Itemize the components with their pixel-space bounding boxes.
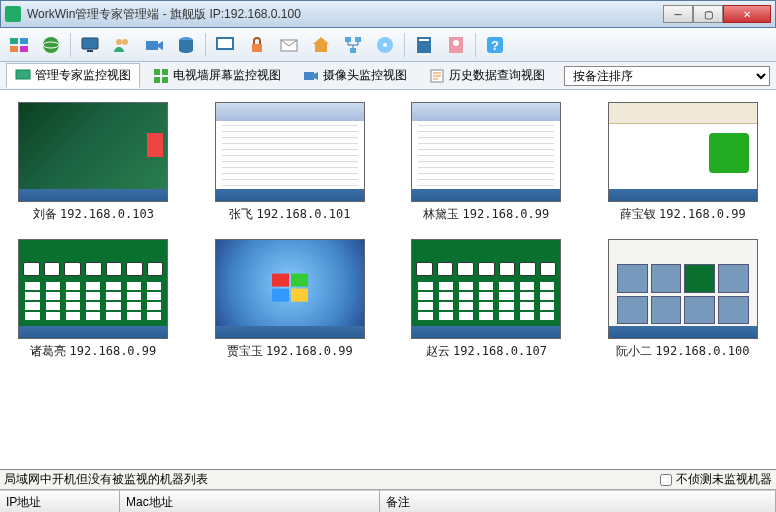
svg-rect-0 [10, 38, 18, 44]
minimize-button[interactable]: ─ [663, 5, 693, 23]
client-ip: 192.168.0.107 [453, 344, 547, 358]
toolbar-disc-icon[interactable] [372, 32, 398, 58]
svg-rect-31 [304, 72, 314, 80]
client-label: 薛宝钗 192.168.0.99 [620, 206, 746, 223]
view-tabbar: 管理专家监控视图 电视墙屏幕监控视图 摄像头监控视图 历史数据查询视图 按备注排… [0, 62, 776, 90]
client-tile[interactable]: 张飞 192.168.0.101 [207, 102, 374, 223]
svg-rect-1 [20, 38, 28, 44]
tab-expert-view[interactable]: 管理专家监控视图 [6, 63, 140, 88]
history-icon [429, 68, 445, 84]
skip-detect-input[interactable] [660, 474, 672, 486]
svg-rect-15 [345, 37, 351, 42]
main-toolbar: ? [0, 28, 776, 62]
client-tile[interactable]: 林黛玉 192.168.0.99 [403, 102, 570, 223]
client-tile[interactable]: 淘宝网薛宝钗 192.168.0.99 [600, 102, 767, 223]
svg-rect-27 [154, 69, 160, 75]
client-thumbnail[interactable] [411, 102, 561, 202]
client-tile[interactable]: 赵云 192.168.0.107 [403, 239, 570, 360]
client-tile[interactable]: 贾宝玉 192.168.0.99 [207, 239, 374, 360]
toolbar-database-icon[interactable] [173, 32, 199, 58]
svg-point-8 [116, 39, 122, 45]
client-thumbnail[interactable] [18, 239, 168, 339]
svg-rect-13 [252, 44, 262, 52]
svg-rect-6 [82, 38, 98, 49]
client-ip: 192.168.0.99 [70, 344, 157, 358]
client-label: 张飞 192.168.0.101 [229, 206, 350, 223]
client-label: 阮小二 192.168.0.100 [616, 343, 749, 360]
client-thumbnail[interactable] [215, 239, 365, 339]
client-label: 诸葛亮 192.168.0.99 [30, 343, 156, 360]
client-name: 刘备 [33, 207, 57, 221]
toolbar-contact-icon[interactable] [443, 32, 469, 58]
col-mac[interactable]: Mac地址 [120, 491, 380, 512]
toolbar-users-icon[interactable] [109, 32, 135, 58]
client-thumbnail[interactable] [215, 102, 365, 202]
client-label: 刘备 192.168.0.103 [33, 206, 154, 223]
toolbar-display-icon[interactable] [212, 32, 238, 58]
tab-label: 摄像头监控视图 [323, 67, 407, 84]
client-name: 张飞 [229, 207, 253, 221]
skip-detect-checkbox[interactable]: 不侦测未监视机器 [660, 471, 772, 488]
toolbar-monitor-icon[interactable] [77, 32, 103, 58]
col-note[interactable]: 备注 [380, 491, 776, 512]
camera-icon [303, 68, 319, 84]
svg-rect-30 [162, 77, 168, 83]
client-grid-area: 刘备 192.168.0.103张飞 192.168.0.101林黛玉 192.… [0, 90, 776, 442]
tab-tvwall-view[interactable]: 电视墙屏幕监控视图 [144, 63, 290, 88]
client-name: 薛宝钗 [620, 207, 656, 221]
client-thumbnail[interactable] [411, 239, 561, 339]
window-title: WorkWin管理专家管理端 - 旗舰版 IP:192.168.0.100 [27, 6, 663, 23]
col-ip[interactable]: IP地址 [0, 491, 120, 512]
tab-camera-view[interactable]: 摄像头监控视图 [294, 63, 416, 88]
client-label: 贾宝玉 192.168.0.99 [227, 343, 353, 360]
client-label: 林黛玉 192.168.0.99 [423, 206, 549, 223]
maximize-button[interactable]: ▢ [693, 5, 723, 23]
toolbar-book-icon[interactable] [411, 32, 437, 58]
unmonitored-table-header: IP地址 Mac地址 备注 [0, 490, 776, 512]
tab-history-view[interactable]: 历史数据查询视图 [420, 63, 554, 88]
client-ip: 192.168.0.103 [60, 207, 154, 221]
toolbar-mail-icon[interactable] [276, 32, 302, 58]
client-name: 赵云 [426, 344, 450, 358]
toolbar-network-icon[interactable] [340, 32, 366, 58]
toolbar-globe-icon[interactable] [38, 32, 64, 58]
toolbar-lock-icon[interactable] [244, 32, 270, 58]
titlebar: WorkWin管理专家管理端 - 旗舰版 IP:192.168.0.100 ─ … [0, 0, 776, 28]
client-tile[interactable]: 阮小二 192.168.0.100 [600, 239, 767, 360]
monitor-icon [15, 68, 31, 84]
svg-text:?: ? [491, 38, 499, 53]
svg-rect-12 [217, 38, 233, 49]
svg-point-19 [383, 43, 387, 47]
svg-rect-17 [350, 48, 356, 53]
client-label: 赵云 192.168.0.107 [426, 343, 547, 360]
svg-rect-10 [146, 41, 158, 50]
client-ip: 192.168.0.100 [655, 344, 749, 358]
toolbar-home-icon[interactable] [308, 32, 334, 58]
window-controls: ─ ▢ ✕ [663, 5, 771, 23]
client-thumbnail[interactable] [18, 102, 168, 202]
client-tile[interactable]: 诸葛亮 192.168.0.99 [10, 239, 177, 360]
svg-rect-26 [16, 70, 30, 79]
toolbar-screens-icon[interactable] [6, 32, 32, 58]
svg-point-9 [122, 39, 128, 45]
tab-label: 历史数据查询视图 [449, 67, 545, 84]
svg-point-23 [453, 40, 459, 46]
client-ip: 192.168.0.99 [659, 207, 746, 221]
app-icon [5, 6, 21, 22]
client-thumbnail[interactable] [608, 239, 758, 339]
client-tile[interactable]: 刘备 192.168.0.103 [10, 102, 177, 223]
client-thumbnail[interactable]: 淘宝网 [608, 102, 758, 202]
client-ip: 192.168.0.99 [266, 344, 353, 358]
toolbar-camera-icon[interactable] [141, 32, 167, 58]
tvwall-icon [153, 68, 169, 84]
svg-rect-28 [162, 69, 168, 75]
svg-rect-3 [20, 46, 28, 52]
tab-label: 管理专家监控视图 [35, 67, 131, 84]
svg-rect-2 [10, 46, 18, 52]
svg-rect-16 [355, 37, 361, 42]
close-button[interactable]: ✕ [723, 5, 771, 23]
svg-rect-7 [87, 50, 93, 52]
toolbar-help-icon[interactable]: ? [482, 32, 508, 58]
sort-dropdown[interactable]: 按备注排序 [564, 66, 770, 86]
client-ip: 192.168.0.99 [463, 207, 550, 221]
